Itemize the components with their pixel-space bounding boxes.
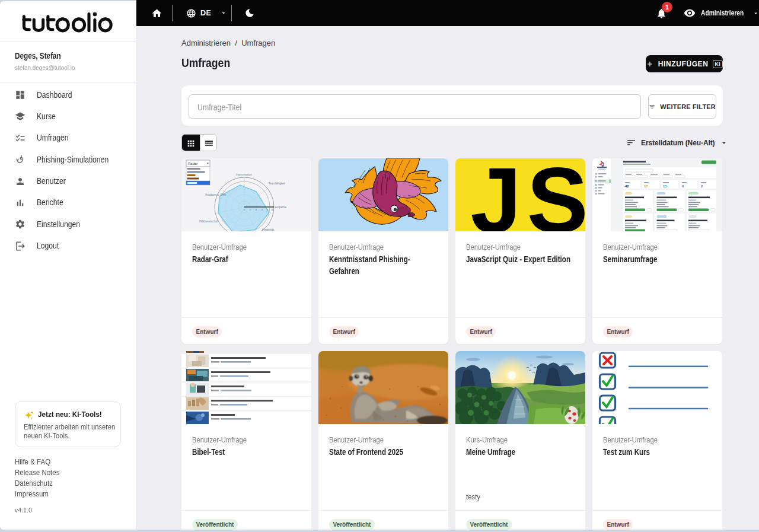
- svg-text:Ausdauer u. Wille: Ausdauer u. Wille: [205, 193, 227, 196]
- svg-text:Hilfsbereitschaft: Hilfsbereitschaft: [199, 220, 219, 223]
- svg-text:10: 10: [271, 209, 273, 211]
- svg-text:8: 8: [267, 209, 268, 211]
- svg-text:Radar: Radar: [188, 162, 197, 165]
- svg-text:Improvisation: Improvisation: [236, 173, 252, 176]
- svg-text:2: 2: [250, 209, 251, 211]
- svg-text:6: 6: [261, 209, 263, 211]
- svg-text:0: 0: [244, 209, 245, 211]
- svg-text:15: 15: [663, 184, 667, 188]
- svg-text:17: 17: [644, 184, 648, 188]
- svg-text:4: 4: [256, 209, 257, 211]
- svg-text:Empathie: Empathie: [275, 206, 287, 209]
- svg-text:Teamfähigkeit: Teamfähigkeit: [269, 182, 286, 185]
- svg-text:Kreativität: Kreativität: [262, 228, 275, 231]
- svg-text:JS: JS: [470, 158, 585, 231]
- svg-text:42: 42: [625, 184, 629, 188]
